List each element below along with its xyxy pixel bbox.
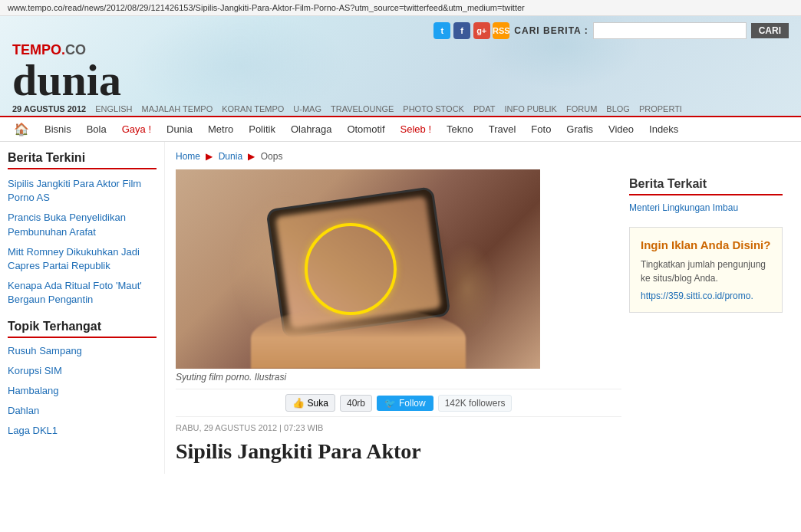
search-button[interactable]: CARI <box>751 23 789 38</box>
nav-seleb[interactable]: Seleb ! <box>393 118 439 140</box>
topik-1[interactable]: Rusuh Sampang <box>8 344 157 358</box>
majalah-link[interactable]: MAJALAH TEMPO <box>142 104 213 113</box>
nav-grafis[interactable]: Grafis <box>559 118 601 140</box>
content-wrapper: Berita Terkini Sipilis Jangkiti Para Akt… <box>0 142 801 474</box>
nav-metro[interactable]: Metro <box>200 118 241 140</box>
nav-tekno[interactable]: Tekno <box>439 118 481 140</box>
topik-3[interactable]: Hambalang <box>8 384 157 398</box>
search-area: CARI BERITA : CARI <box>514 22 789 39</box>
ad-link[interactable]: https://359.sitti.co.id/promo. <box>641 291 753 301</box>
tempo-logo[interactable]: TEMPO.CO <box>12 42 789 58</box>
nav-otomotif[interactable]: Otomotif <box>339 118 392 140</box>
date-nav-bar: 29 AGUSTUS 2012 ENGLISH MAJALAH TEMPO KO… <box>12 104 789 113</box>
google-social-icon[interactable]: g+ <box>473 22 490 39</box>
terkait-link-1[interactable]: Menteri Lingkungan Imbau <box>629 202 783 215</box>
social-action-bar: 👍 Suka 40rb 🐦 Follow 142K followers <box>176 389 621 417</box>
koran-link[interactable]: KORAN TEMPO <box>222 104 284 113</box>
breadcrumb-sep-1: ▶ <box>206 151 213 162</box>
topik-heading: Topik Terhangat <box>8 320 157 338</box>
image-caption: Syuting film porno. Ilustrasi <box>176 372 621 383</box>
berita-terkait-heading: Berita Terkait <box>629 177 783 195</box>
thumbs-up-icon: 👍 <box>292 397 305 409</box>
topik-section: Topik Terhangat Rusuh Sampang Korupsi SI… <box>8 320 157 438</box>
ad-title: Ingin Iklan Anda Disini? <box>641 238 771 251</box>
facebook-like-button[interactable]: 👍 Suka <box>285 394 335 412</box>
article-title: Sipilis Jangkiti Para Aktor <box>176 438 621 465</box>
main-navigation: 🏠 Bisnis Bola Gaya ! Dunia Metro Politik… <box>0 116 801 142</box>
breadcrumb-sep-2: ▶ <box>248 151 255 162</box>
nav-travel[interactable]: Travel <box>481 118 524 140</box>
nav-video[interactable]: Video <box>601 118 641 140</box>
twitter-bird-icon: 🐦 <box>384 398 396 409</box>
travelounge-link[interactable]: TRAVELOUNGE <box>331 104 394 113</box>
sidebar-berita-2[interactable]: Prancis Buka Penyelidikan Pembunuhan Ara… <box>8 211 157 238</box>
ad-body: Tingkatkan jumlah pengunjung ke situs/bl… <box>641 258 771 285</box>
nav-olahraga[interactable]: Olahraga <box>283 118 339 140</box>
article-right-wrapper: Syuting film porno. Ilustrasi 👍 Suka 40r… <box>176 169 790 465</box>
topik-4[interactable]: Dahlan <box>8 404 157 418</box>
yellow-circle-highlight <box>305 223 397 315</box>
nav-dunia[interactable]: Dunia <box>159 118 200 140</box>
logo-area: TEMPO.CO dunia <box>12 42 789 103</box>
topik-5[interactable]: Laga DKL1 <box>8 424 157 438</box>
right-sidebar: Berita Terkait Menteri Lingkungan Imbau … <box>621 169 790 465</box>
nav-bisnis[interactable]: Bisnis <box>37 118 79 140</box>
topik-2[interactable]: Korupsi SIM <box>8 364 157 378</box>
rss-social-icon[interactable]: RSS <box>493 22 509 39</box>
site-header: t f g+ RSS CARI BERITA : CARI TEMPO.CO d… <box>0 16 801 116</box>
nav-politik[interactable]: Politik <box>241 118 283 140</box>
left-sidebar: Berita Terkini Sipilis Jangkiti Para Akt… <box>0 142 165 474</box>
home-nav-button[interactable]: 🏠 <box>6 117 37 141</box>
hand-image <box>251 307 466 369</box>
twitter-social-icon[interactable]: t <box>433 22 450 39</box>
follow-label: Follow <box>399 398 426 409</box>
social-icons-group: t f g+ RSS <box>433 22 509 39</box>
facebook-social-icon[interactable]: f <box>453 22 470 39</box>
infopublik-link[interactable]: INFO PUBLIK <box>505 104 557 113</box>
sidebar-berita-1[interactable]: Sipilis Jangkiti Para Aktor Film Porno A… <box>8 177 157 205</box>
followers-count: 142K followers <box>438 395 513 412</box>
nav-indeks[interactable]: Indeks <box>641 118 686 140</box>
breadcrumb-current: Oops <box>261 151 283 162</box>
nav-foto[interactable]: Foto <box>523 118 559 140</box>
blog-link[interactable]: BLOG <box>606 104 630 113</box>
berita-terkini-heading: Berita Terkini <box>8 151 157 169</box>
article-column: Syuting film porno. Ilustrasi 👍 Suka 40r… <box>176 169 621 465</box>
nav-gaya[interactable]: Gaya ! <box>114 118 159 140</box>
like-label: Suka <box>308 398 328 409</box>
umag-link[interactable]: U-MAG <box>293 104 321 113</box>
like-count: 40rb <box>340 395 372 412</box>
berita-terkait-section: Berita Terkait Menteri Lingkungan Imbau <box>629 177 783 215</box>
main-content-area: Home ▶ Dunia ▶ Oops Syuting <box>165 142 801 474</box>
forum-link[interactable]: FORUM <box>566 104 597 113</box>
properti-link[interactable]: PROPERTI <box>639 104 682 113</box>
url-text: www.tempo.co/read/news/2012/08/29/121426… <box>8 3 525 12</box>
article-image <box>176 169 540 369</box>
search-input[interactable] <box>593 22 747 39</box>
pdat-link[interactable]: PDAT <box>473 104 496 113</box>
breadcrumb-home[interactable]: Home <box>176 151 200 162</box>
breadcrumb-dunia[interactable]: Dunia <box>219 151 242 162</box>
photostock-link[interactable]: PHOTO STOCK <box>403 104 464 113</box>
publish-date: 29 AGUSTUS 2012 <box>12 104 86 113</box>
sidebar-berita-4[interactable]: Kenapa Ada Ritual Foto 'Maut' Bergaun Pe… <box>8 279 157 307</box>
browser-url-bar: www.tempo.co/read/news/2012/08/29/121426… <box>0 0 801 16</box>
header-top-bar: t f g+ RSS CARI BERITA : CARI <box>12 22 789 39</box>
english-link[interactable]: ENGLISH <box>95 104 132 113</box>
sidebar-berita-3[interactable]: Mitt Romney Dikukuhkan Jadi Capres Parta… <box>8 245 157 273</box>
nav-bola[interactable]: Bola <box>79 118 114 140</box>
advertisement-box: Ingin Iklan Anda Disini? Tingkatkan juml… <box>629 227 783 313</box>
dunia-logo[interactable]: dunia <box>12 58 789 103</box>
article-image-wrapper: Syuting film porno. Ilustrasi <box>176 169 621 383</box>
search-label: CARI BERITA : <box>514 25 588 36</box>
twitter-follow-button[interactable]: 🐦 Follow <box>377 396 433 411</box>
article-date: RABU, 29 AGUSTUS 2012 | 07:23 WIB <box>176 423 621 432</box>
breadcrumb: Home ▶ Dunia ▶ Oops <box>176 151 790 162</box>
